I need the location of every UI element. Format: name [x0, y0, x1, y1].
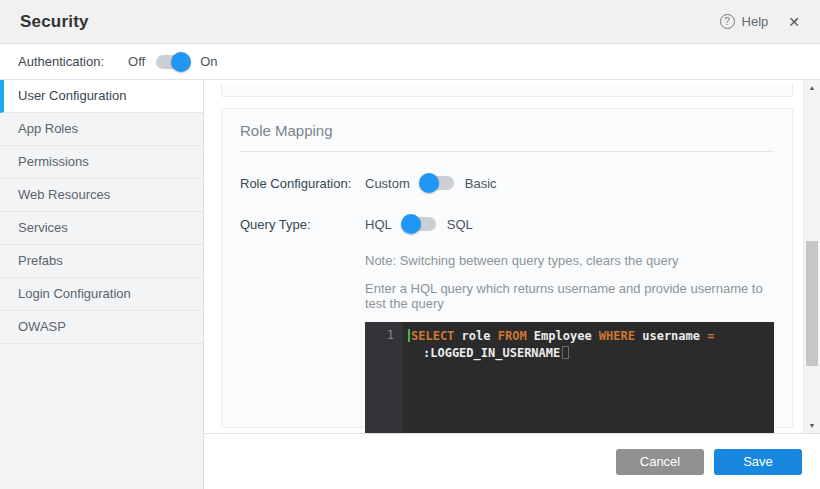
- sidebar-item-prefabs[interactable]: Prefabs: [0, 245, 203, 278]
- authentication-on-label: On: [200, 54, 217, 69]
- authentication-bar: Authentication: Off On: [0, 44, 820, 80]
- code-token: Employee: [534, 329, 599, 343]
- section-divider: [240, 151, 774, 152]
- block-cursor: [562, 346, 569, 359]
- authentication-toggle[interactable]: [156, 55, 189, 69]
- authentication-label: Authentication:: [18, 54, 104, 69]
- role-mapping-card: Role Mapping Role Configuration: Custom …: [221, 108, 793, 428]
- query-code-editor[interactable]: 1 SELECT role FROM Employee WHERE userna…: [365, 322, 774, 433]
- sidebar-item-owasp[interactable]: OWASP: [0, 311, 203, 344]
- query-type-row: Query Type: HQL SQL: [240, 214, 774, 234]
- code-line-1: SELECT role FROM Employee WHERE username…: [408, 328, 768, 345]
- sidebar-item-services[interactable]: Services: [0, 212, 203, 245]
- code-token: FROM: [498, 329, 534, 343]
- code-token: username: [642, 329, 707, 343]
- scrollbar-thumb[interactable]: [806, 241, 818, 366]
- scroll-down-arrow[interactable]: ▼: [804, 418, 820, 433]
- role-configuration-row: Role Configuration: Custom Basic: [240, 173, 774, 193]
- code-token: WHERE: [599, 329, 642, 343]
- help-button[interactable]: ? Help: [720, 14, 769, 29]
- help-label: Help: [742, 14, 769, 29]
- toggle-knob: [419, 173, 439, 193]
- save-button[interactable]: Save: [714, 449, 802, 475]
- toggle-knob: [401, 214, 421, 234]
- sidebar-item-login-configuration[interactable]: Login Configuration: [0, 278, 203, 311]
- text-caret: [408, 329, 410, 342]
- authentication-off-label: Off: [128, 54, 145, 69]
- role-configuration-label: Role Configuration:: [240, 176, 365, 191]
- code-line-1-wrap: :LOGGED_IN_USERNAME: [408, 345, 768, 362]
- page-title: Security: [20, 12, 89, 32]
- code-token: SELECT: [411, 329, 462, 343]
- query-type-label: Query Type:: [240, 217, 365, 232]
- sidebar-item-user-configuration[interactable]: User Configuration: [0, 80, 203, 113]
- code-token: :LOGGED_IN_USERNAME: [423, 346, 560, 360]
- role-configuration-toggle[interactable]: [421, 176, 454, 190]
- help-icon: ?: [720, 14, 735, 29]
- settings-scroll-area: Role Mapping Role Configuration: Custom …: [204, 80, 820, 433]
- scroll-up-arrow[interactable]: ▲: [804, 80, 820, 95]
- sidebar-item-app-roles[interactable]: App Roles: [0, 113, 203, 146]
- role-configuration-basic-label: Basic: [465, 176, 497, 191]
- role-configuration-custom-label: Custom: [365, 176, 410, 191]
- code-token: =: [707, 329, 714, 343]
- editor-code-area[interactable]: SELECT role FROM Employee WHERE username…: [403, 322, 774, 433]
- code-token: role: [462, 329, 498, 343]
- vertical-scrollbar[interactable]: ▲ ▼: [803, 80, 820, 433]
- editor-line-number: 1: [365, 322, 403, 433]
- toggle-knob: [171, 52, 191, 72]
- section-title: Role Mapping: [240, 122, 774, 139]
- sidebar-item-permissions[interactable]: Permissions: [0, 146, 203, 179]
- query-type-sql-label: SQL: [447, 217, 473, 232]
- cancel-button[interactable]: Cancel: [616, 449, 704, 475]
- close-icon[interactable]: ✕: [788, 14, 800, 30]
- query-type-note: Note: Switching between query types, cle…: [365, 253, 774, 268]
- previous-section-card-partial: [221, 84, 793, 97]
- window-header: Security ? Help ✕: [0, 0, 820, 44]
- query-editor-description: Enter a HQL query which returns username…: [365, 281, 774, 311]
- query-type-hql-label: HQL: [365, 217, 392, 232]
- sidebar-item-web-resources[interactable]: Web Resources: [0, 179, 203, 212]
- action-footer: Cancel Save: [204, 433, 820, 489]
- sidebar: User Configuration App Roles Permissions…: [0, 80, 204, 489]
- query-type-toggle[interactable]: [403, 217, 436, 231]
